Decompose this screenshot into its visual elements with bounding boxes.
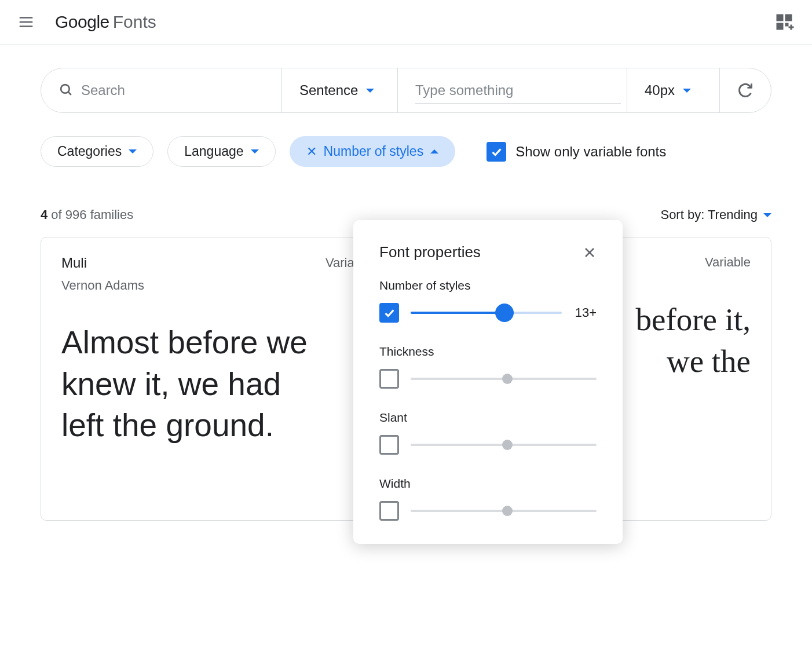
size-dropdown[interactable]: 40px <box>627 68 719 112</box>
styles-filter[interactable]: ✕ Number of styles <box>290 136 456 167</box>
language-filter[interactable]: Language <box>167 136 275 167</box>
property-checkbox[interactable] <box>379 501 399 521</box>
font-author: Vernon Adams <box>61 278 371 293</box>
property-row: 13+ <box>379 303 597 323</box>
slider-value: 13+ <box>573 305 597 320</box>
chevron-down-icon <box>129 149 137 153</box>
close-popover-button[interactable] <box>583 246 597 259</box>
chevron-up-icon <box>430 149 438 153</box>
results-count-suffix: of 996 families <box>47 207 133 222</box>
property-label: Number of styles <box>379 279 597 293</box>
categories-label: Categories <box>57 144 122 159</box>
chevron-down-icon <box>366 89 374 93</box>
language-label: Language <box>184 144 243 159</box>
search-input[interactable] <box>81 82 264 98</box>
font-name: Muli <box>61 255 87 271</box>
slider-thumb[interactable] <box>502 440 513 450</box>
popover-header: Font properties <box>379 243 597 261</box>
property-label: Thickness <box>379 345 597 359</box>
svg-rect-5 <box>777 23 784 30</box>
property-row <box>379 435 597 455</box>
font-preview-text[interactable]: before it, we the <box>600 299 751 382</box>
search-segment[interactable] <box>41 68 281 112</box>
svg-rect-6 <box>785 23 789 27</box>
categories-filter[interactable]: Categories <box>41 136 153 167</box>
logo[interactable]: Google Fonts <box>55 12 156 32</box>
svg-rect-8 <box>789 27 794 28</box>
variable-fonts-label: Show only variable fonts <box>515 144 666 160</box>
styles-label: Number of styles <box>324 144 424 159</box>
font-properties-popover: Font properties Number of styles 13+ Thi… <box>353 220 623 544</box>
property-label: Width <box>379 477 597 491</box>
popover-title: Font properties <box>379 243 481 261</box>
preview-text-input[interactable] <box>415 78 621 104</box>
filters-row: Categories Language ✕ Number of styles S… <box>0 125 812 184</box>
chevron-down-icon <box>763 213 771 217</box>
preview-mode-label: Sentence <box>299 82 358 98</box>
property-number-of-styles: Number of styles 13+ <box>379 279 597 323</box>
grid-view-icon[interactable] <box>774 12 795 32</box>
size-label: 40px <box>645 82 675 98</box>
searchbar-row: Sentence 40px <box>0 45 812 125</box>
logo-google-text: Google <box>55 12 109 32</box>
chevron-down-icon <box>251 149 259 153</box>
preview-mode-dropdown[interactable]: Sentence <box>281 68 397 112</box>
property-slant: Slant <box>379 411 597 455</box>
results-count-number: 4 <box>41 207 47 222</box>
property-slider[interactable] <box>411 510 597 512</box>
font-card[interactable]: Muli Variable Vernon Adams Almost before… <box>41 237 392 521</box>
menu-icon[interactable] <box>17 13 35 31</box>
property-width: Width <box>379 477 597 521</box>
font-preview-text[interactable]: Almost before we knew it, we had left th… <box>61 322 310 447</box>
slider-thumb[interactable] <box>502 374 513 384</box>
sort-dropdown[interactable]: Sort by: Trending <box>660 207 771 222</box>
svg-point-9 <box>61 85 70 93</box>
slider-thumb[interactable] <box>502 506 513 516</box>
property-checkbox[interactable] <box>379 303 399 323</box>
preview-input-segment <box>397 68 627 112</box>
logo-fonts-text: Fonts <box>113 12 156 32</box>
svg-line-10 <box>68 92 71 95</box>
app-header: Google Fonts <box>0 0 812 45</box>
searchbar: Sentence 40px <box>41 68 771 113</box>
sort-label: Sort by: Trending <box>660 207 758 222</box>
svg-rect-4 <box>785 14 792 21</box>
property-slider[interactable] <box>411 378 597 380</box>
slider-thumb[interactable] <box>495 304 514 322</box>
property-label: Slant <box>379 411 597 425</box>
close-icon[interactable]: ✕ <box>306 144 317 159</box>
variable-badge: Variable <box>705 255 751 270</box>
property-row <box>379 501 597 521</box>
chevron-down-icon <box>683 89 691 93</box>
checkbox-icon <box>487 142 506 162</box>
results-count: 4 of 996 families <box>41 207 133 222</box>
svg-rect-3 <box>777 14 784 21</box>
card-header: Muli Variable <box>61 255 371 271</box>
property-checkbox[interactable] <box>379 369 399 389</box>
property-checkbox[interactable] <box>379 435 399 455</box>
search-icon <box>58 82 73 98</box>
property-row <box>379 369 597 389</box>
property-thickness: Thickness <box>379 345 597 389</box>
reset-icon <box>737 82 754 98</box>
property-slider[interactable] <box>411 444 597 446</box>
property-slider[interactable] <box>411 312 562 314</box>
reset-button[interactable] <box>719 68 771 112</box>
variable-fonts-checkbox[interactable]: Show only variable fonts <box>487 142 666 162</box>
